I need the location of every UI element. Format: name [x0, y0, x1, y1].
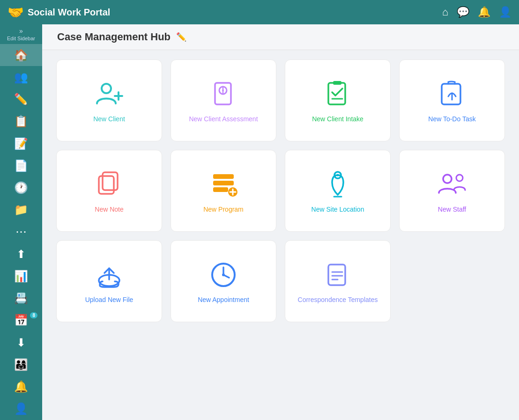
sidebar-item-contacts[interactable]: 📇	[0, 287, 42, 309]
sidebar-item-home[interactable]: 🏠	[0, 44, 42, 66]
card-new-client-intake-label: New Client Intake	[312, 115, 363, 123]
svg-point-0	[102, 84, 111, 93]
new-appointment-icon	[209, 261, 237, 289]
sidebar-item-notes[interactable]: 📝	[0, 133, 42, 155]
sidebar-item-upload[interactable]: ⬆	[0, 243, 42, 265]
card-new-staff[interactable]: New Staff	[399, 150, 505, 232]
contacts-icon: 📇	[14, 292, 28, 305]
edit-sidebar-button[interactable]: » Edit Sidebar	[5, 24, 37, 44]
card-new-client-label: New Client	[93, 115, 125, 123]
svg-rect-9	[333, 81, 341, 85]
sidebar-item-more[interactable]: ⋯	[0, 221, 42, 243]
sidebar-item-schedule[interactable]: 📅 8	[0, 309, 42, 332]
card-new-program-label: New Program	[203, 205, 244, 214]
content-area: Case Management Hub ✏️ New Client	[42, 24, 519, 420]
card-new-appointment[interactable]: New Appointment	[171, 240, 276, 322]
schedule-icon: 📅	[14, 314, 28, 327]
card-new-note-label: New Note	[95, 205, 123, 214]
correspondence-templates-icon	[324, 261, 352, 289]
page-title: Case Management Hub	[57, 31, 171, 43]
card-new-site-location-label: New Site Location	[311, 205, 364, 214]
card-new-note[interactable]: New Note	[56, 150, 162, 232]
new-site-location-icon	[324, 170, 352, 199]
card-new-appointment-label: New Appointment	[198, 295, 249, 304]
sidebar-item-download[interactable]: ⬇	[0, 332, 42, 354]
app-logo: 🤝 Social Work Portal	[7, 5, 110, 20]
card-new-client[interactable]: New Client	[56, 59, 162, 141]
sidebar-item-time[interactable]: 🕐	[0, 177, 42, 199]
files-icon: 📁	[14, 203, 28, 216]
page-header: Case Management Hub ✏️	[42, 24, 519, 50]
sidebar-item-staff[interactable]: ✏️	[0, 88, 42, 110]
new-todo-task-icon	[438, 80, 466, 108]
svg-point-30	[222, 273, 225, 276]
staff-icon: ✏️	[14, 93, 28, 106]
card-correspondence-templates-label: Correspondence Templates	[298, 295, 378, 304]
more-icon: ⋯	[15, 225, 27, 238]
svg-rect-12	[99, 176, 114, 194]
new-client-intake-icon	[324, 80, 352, 108]
card-new-todo-task[interactable]: New To-Do Task	[399, 59, 505, 141]
new-note-icon	[95, 170, 123, 199]
documents-icon: 📄	[14, 159, 28, 172]
home-icon[interactable]: ⌂	[442, 6, 448, 18]
edit-sidebar-label: Edit Sidebar	[7, 36, 35, 41]
svg-point-23	[443, 175, 452, 183]
sidebar-item-clients[interactable]: 👥	[0, 66, 42, 88]
sidebar-item-assessments[interactable]: 📋	[0, 111, 42, 133]
home-sidebar-icon: 🏠	[14, 49, 28, 62]
new-client-assessment-icon	[209, 80, 237, 108]
sidebar: » Edit Sidebar 🏠 👥 ✏️ 📋 📝 📄 🕐 📁 ⋯	[0, 24, 42, 420]
svg-rect-15	[213, 181, 234, 185]
upload-icon: ⬆	[16, 248, 26, 261]
schedule-badge: 8	[30, 312, 37, 318]
topnav: 🤝 Social Work Portal ⌂ 💬 🔔 👤	[0, 0, 519, 24]
sidebar-item-files[interactable]: 📁	[0, 199, 42, 221]
new-program-icon	[209, 170, 237, 199]
svg-rect-14	[213, 174, 234, 179]
svg-rect-13	[103, 172, 118, 190]
topnav-actions: ⌂ 💬 🔔 👤	[442, 6, 512, 18]
card-new-client-intake[interactable]: New Client Intake	[285, 59, 391, 141]
card-new-client-assessment[interactable]: New Client Assessment	[171, 59, 276, 141]
svg-rect-16	[213, 187, 228, 192]
chat-icon[interactable]: 💬	[457, 6, 469, 18]
notifications-icon: 🔔	[14, 380, 28, 393]
card-new-todo-task-label: New To-Do Task	[428, 115, 475, 123]
new-staff-icon	[438, 170, 466, 199]
card-new-staff-label: New Staff	[438, 205, 466, 214]
user-icon[interactable]: 👤	[499, 6, 512, 18]
card-new-site-location[interactable]: New Site Location	[285, 150, 391, 232]
svg-rect-31	[328, 265, 345, 285]
new-client-icon	[95, 80, 123, 108]
reports-icon: 📊	[14, 270, 28, 283]
card-upload-new-file[interactable]: Upload New File	[56, 240, 162, 322]
cards-grid: New Client New Client Assessment	[56, 59, 505, 322]
sidebar-item-notifications[interactable]: 🔔	[0, 376, 42, 398]
card-new-program[interactable]: New Program	[171, 150, 276, 232]
sidebar-item-documents[interactable]: 📄	[0, 155, 42, 177]
svg-point-24	[456, 175, 463, 181]
clients-icon: 👥	[14, 71, 28, 84]
cards-container: New Client New Client Assessment	[42, 50, 519, 420]
sidebar-item-reports[interactable]: 📊	[0, 265, 42, 287]
app-title-bold: Social	[28, 7, 55, 17]
arrow-icon: »	[19, 27, 23, 35]
card-correspondence-templates[interactable]: Correspondence Templates	[285, 240, 391, 322]
notes-icon: 📝	[14, 137, 28, 150]
logo-icon: 🤝	[7, 5, 24, 20]
download-icon: ⬇	[16, 336, 26, 349]
main-layout: » Edit Sidebar 🏠 👥 ✏️ 📋 📝 📄 🕐 📁 ⋯	[0, 24, 519, 420]
upload-new-file-icon	[95, 261, 123, 289]
card-upload-new-file-label: Upload New File	[85, 295, 133, 304]
profile-icon: 👤	[14, 402, 28, 415]
team-icon: 👨‍👩‍👧	[14, 358, 28, 371]
card-new-client-assessment-label: New Client Assessment	[189, 115, 258, 123]
sidebar-item-team[interactable]: 👨‍👩‍👧	[0, 354, 42, 376]
bell-icon[interactable]: 🔔	[478, 6, 490, 18]
sidebar-item-profile[interactable]: 👤	[0, 398, 42, 420]
edit-page-icon[interactable]: ✏️	[176, 32, 186, 42]
assessments-icon: 📋	[14, 115, 28, 128]
time-icon: 🕐	[14, 181, 28, 194]
app-title-rest: Work Portal	[58, 7, 110, 17]
